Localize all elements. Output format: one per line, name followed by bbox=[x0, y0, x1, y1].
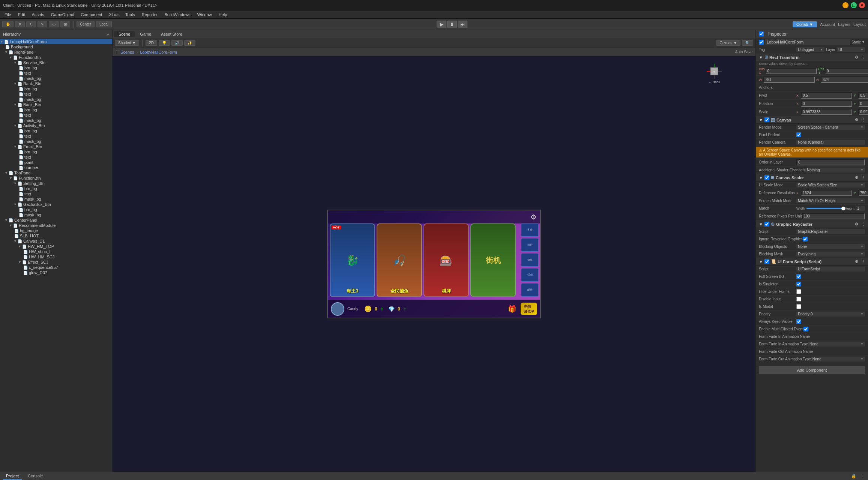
tree-item[interactable]: ▼ 📄 RightPanel bbox=[0, 50, 112, 55]
menu-xlua[interactable]: XLua bbox=[106, 12, 122, 18]
form-more[interactable]: ⋮ bbox=[861, 260, 865, 264]
tree-item[interactable]: ▼ 📄 Activity_Btn bbox=[0, 123, 112, 128]
scaler-options[interactable]: ⚙ bbox=[855, 176, 858, 180]
canvas-scaler-section[interactable]: ▼ ⊞ Canvas Scaler ⚙ ⋮ bbox=[756, 174, 868, 182]
order-in-layer-input[interactable] bbox=[796, 159, 865, 165]
tree-item[interactable]: 📄 glow_D07 bbox=[0, 270, 112, 275]
pos-x-input[interactable] bbox=[766, 68, 817, 74]
pos-y-input[interactable] bbox=[825, 68, 868, 74]
tree-item[interactable]: 📄 mask_bg bbox=[0, 76, 112, 81]
tree-item[interactable]: 📄 mask_bg bbox=[0, 196, 112, 202]
menu-file[interactable]: File bbox=[2, 12, 14, 18]
game-card-buyu[interactable]: 🎣 全民捕鱼 bbox=[377, 224, 422, 297]
screen-match-dropdown[interactable]: Match Width Or Height ▼ bbox=[796, 198, 865, 203]
rot-y-input[interactable] bbox=[858, 100, 868, 107]
breadcrumb-form[interactable]: LobbyHallCoreForm bbox=[140, 50, 177, 54]
singleton-checkbox[interactable] bbox=[796, 282, 801, 286]
sidebar-service[interactable]: 客服 bbox=[521, 223, 539, 237]
canvas-section[interactable]: ▼ 🖼 Canvas ⚙ ⋮ bbox=[756, 116, 868, 124]
pivot-toggle[interactable]: Center bbox=[77, 21, 95, 27]
ref-x-input[interactable] bbox=[801, 190, 852, 196]
close-button[interactable]: × bbox=[859, 2, 865, 8]
tab-console[interactable]: Console bbox=[25, 473, 46, 480]
tree-item[interactable]: 📄 btn_bg bbox=[0, 107, 112, 112]
search-scene[interactable]: 🔍 bbox=[742, 40, 753, 46]
space-toggle[interactable]: Local bbox=[96, 21, 112, 27]
tree-item[interactable]: 📄 mask_bg bbox=[0, 118, 112, 123]
account-label[interactable]: Account bbox=[820, 22, 835, 27]
project-lock[interactable]: 🔒 bbox=[851, 474, 856, 478]
tree-item[interactable]: 📄 HW_HM_SCJ bbox=[0, 254, 112, 260]
rect-transform-section[interactable]: ▼ ⊞ Rect Transform ⚙ ⋮ bbox=[756, 54, 868, 61]
tree-item[interactable]: 📄 bg_image bbox=[0, 228, 112, 233]
toolbar-rect[interactable]: ▭ bbox=[49, 21, 59, 27]
tree-item[interactable]: ▼ 📄 FunctionBtn bbox=[0, 176, 112, 181]
tree-item[interactable]: ▼ 📄 Canvas_D1 bbox=[0, 238, 112, 244]
scaler-active[interactable] bbox=[764, 175, 769, 180]
scaler-more[interactable]: ⋮ bbox=[861, 176, 865, 180]
object-active-checkbox[interactable] bbox=[759, 40, 764, 45]
rect-more[interactable]: ⋮ bbox=[861, 55, 865, 59]
menu-tools[interactable]: Tools bbox=[122, 12, 138, 18]
add-diamonds-button[interactable]: + bbox=[403, 306, 407, 312]
canvas-options[interactable]: ⚙ bbox=[855, 118, 858, 122]
disable-input-checkbox[interactable] bbox=[796, 297, 801, 302]
form-options[interactable]: ⚙ bbox=[855, 260, 858, 264]
always-visible-checkbox[interactable] bbox=[796, 319, 801, 324]
tree-item[interactable]: ▼ 📄 TopPanel bbox=[0, 170, 112, 176]
canvas-more[interactable]: ⋮ bbox=[861, 118, 865, 122]
lights-toggle[interactable]: 💡 bbox=[159, 40, 170, 46]
form-active[interactable] bbox=[764, 259, 769, 264]
multi-click-checkbox[interactable] bbox=[803, 327, 808, 332]
pause-button[interactable]: ⏸ bbox=[447, 21, 457, 28]
scale-x-input[interactable] bbox=[801, 109, 852, 115]
tree-item[interactable]: 📄 mask_bg bbox=[0, 212, 112, 218]
pixel-perfect-checkbox[interactable] bbox=[796, 132, 801, 137]
tree-item[interactable]: 📄 number bbox=[0, 165, 112, 170]
tag-dropdown[interactable]: Untagged ▼ bbox=[796, 47, 824, 52]
tab-scene[interactable]: Scene bbox=[114, 31, 135, 37]
fx-toggle[interactable]: ✨ bbox=[184, 40, 195, 46]
tree-item[interactable]: 📄 text bbox=[0, 134, 112, 139]
menu-window[interactable]: Window bbox=[194, 12, 215, 18]
blocking-mask-dropdown[interactable]: Everything ▼ bbox=[796, 252, 865, 256]
tree-item[interactable]: ▼ 📄 Setting_Btn bbox=[0, 181, 112, 186]
shader-channels-dropdown[interactable]: Nothing ▼ bbox=[805, 168, 865, 172]
add-component-button[interactable]: Add Component bbox=[759, 366, 865, 374]
tree-item[interactable]: 📄 text bbox=[0, 191, 112, 196]
play-button[interactable]: ▶ bbox=[437, 21, 446, 28]
tree-item[interactable]: ▼ 📄 CenterPanel bbox=[0, 218, 112, 223]
canvas-active[interactable] bbox=[764, 117, 769, 122]
game-card-haiwang[interactable]: HOT 🐉 海王3 bbox=[330, 224, 375, 297]
tree-item[interactable]: 📄 btn_bg bbox=[0, 86, 112, 92]
audio-toggle[interactable]: 🔊 bbox=[171, 40, 183, 46]
is-modal-checkbox[interactable] bbox=[796, 304, 801, 309]
fullscreen-checkbox[interactable] bbox=[796, 274, 801, 279]
tree-item[interactable]: ▼ 📄 LobbyHallCoreForm bbox=[0, 39, 112, 44]
sidebar-email[interactable]: 邮件 bbox=[521, 283, 539, 297]
collab-button[interactable]: Collab ▼ bbox=[793, 21, 817, 27]
ui-scale-dropdown[interactable]: Scale With Screen Size ▼ bbox=[796, 183, 865, 188]
toolbar-move[interactable]: ✥ bbox=[15, 21, 25, 27]
raycaster-options[interactable]: ⚙ bbox=[855, 222, 858, 226]
hierarchy-add[interactable]: + bbox=[107, 32, 109, 36]
2d-toggle[interactable]: 2D bbox=[146, 40, 157, 46]
hide-under-checkbox[interactable] bbox=[796, 289, 801, 294]
tree-item[interactable]: ▼ 📄 GachaBox_Btn bbox=[0, 202, 112, 207]
height-input[interactable] bbox=[821, 76, 868, 83]
ref-pixels-input[interactable] bbox=[802, 213, 865, 219]
game-card-jipai[interactable]: 🎰 棋牌 bbox=[423, 224, 469, 297]
rot-x-input[interactable] bbox=[801, 100, 852, 107]
tree-item[interactable]: 📄 btn_bg bbox=[0, 65, 112, 70]
ui-form-script-section[interactable]: ▼ 📜 UI Form Script (Script) ⚙ ⋮ bbox=[756, 258, 868, 266]
priority-dropdown[interactable]: Priority 0 ▼ bbox=[796, 312, 865, 316]
tree-item[interactable]: 📄 HW_shou_L bbox=[0, 249, 112, 254]
match-thumb[interactable] bbox=[841, 207, 845, 210]
game-card-jieji[interactable]: 街机 bbox=[470, 224, 516, 297]
toolbar-hand[interactable]: ✋ bbox=[2, 21, 14, 27]
scene-view[interactable]: Y ← Back ⚙ bbox=[113, 56, 755, 472]
blocking-objects-dropdown[interactable]: None ▼ bbox=[796, 244, 865, 249]
match-track[interactable] bbox=[806, 208, 843, 209]
tab-asset-store[interactable]: Asset Store bbox=[156, 31, 187, 37]
add-coins-button[interactable]: + bbox=[380, 306, 384, 312]
